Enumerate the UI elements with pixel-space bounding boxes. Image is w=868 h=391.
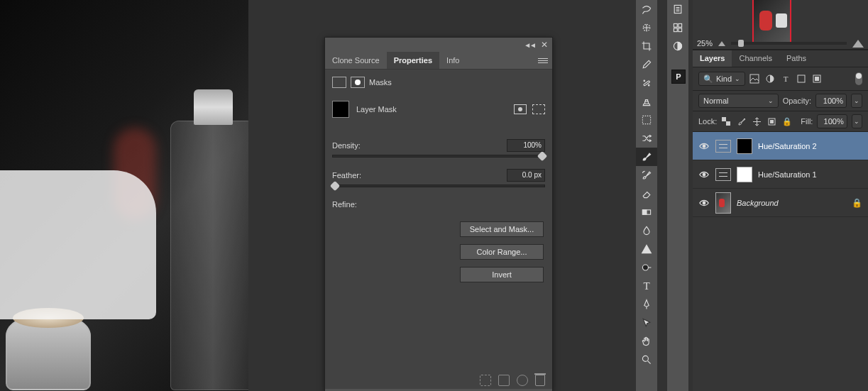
select-and-mask-button[interactable]: Select and Mask... bbox=[460, 221, 544, 237]
marquee-tool-icon[interactable] bbox=[636, 111, 657, 129]
history-panel-icon[interactable] bbox=[667, 0, 688, 18]
panel-menu-icon[interactable] bbox=[538, 58, 548, 63]
lock-all-icon[interactable]: 🔒 bbox=[781, 116, 792, 127]
mask-thumbnail[interactable] bbox=[332, 101, 349, 118]
fill-value[interactable]: 100% bbox=[817, 114, 847, 128]
layer-thumbnail[interactable] bbox=[715, 192, 731, 214]
zoom-tool-icon[interactable] bbox=[636, 351, 657, 369]
swatches-panel-icon[interactable] bbox=[667, 18, 688, 37]
path-select-tool-icon[interactable] bbox=[636, 314, 657, 332]
vector-mask-mode-icon[interactable] bbox=[351, 77, 365, 88]
layer-name[interactable]: Hue/Saturation 1 bbox=[758, 170, 817, 179]
lock-transparent-icon[interactable] bbox=[721, 116, 732, 127]
svg-rect-19 bbox=[815, 77, 819, 81]
zoom-slider[interactable] bbox=[731, 42, 847, 45]
close-icon[interactable]: ✕ bbox=[541, 40, 548, 50]
history-brush-tool-icon[interactable] bbox=[636, 166, 657, 185]
filter-shape-icon[interactable] bbox=[795, 72, 808, 85]
hand-tool-icon[interactable] bbox=[636, 332, 657, 351]
zoom-value[interactable]: 25% bbox=[697, 39, 713, 48]
blend-mode-select[interactable]: Normal ⌄ bbox=[698, 94, 779, 108]
chevron-down-icon: ⌄ bbox=[768, 97, 774, 104]
svg-rect-4 bbox=[642, 116, 650, 123]
eraser-tool-icon[interactable] bbox=[636, 185, 657, 203]
lasso-tool-icon[interactable] bbox=[636, 0, 657, 18]
lock-icon[interactable]: 🔒 bbox=[852, 198, 862, 208]
toolbar-left: T bbox=[636, 0, 657, 391]
svg-rect-6 bbox=[642, 210, 647, 214]
crop-tool-icon[interactable] bbox=[636, 37, 657, 55]
filter-smart-icon[interactable] bbox=[811, 72, 823, 85]
adjustments-panel-icon[interactable] bbox=[667, 37, 688, 55]
lock-artboard-icon[interactable] bbox=[767, 116, 777, 127]
triangle-warn-icon[interactable] bbox=[636, 240, 657, 258]
quick-select-tool-icon[interactable] bbox=[636, 18, 657, 37]
canvas-content bbox=[170, 121, 248, 390]
tab-channels[interactable]: Channels bbox=[732, 50, 779, 67]
fill-dropdown-icon[interactable]: ⌄ bbox=[852, 114, 862, 128]
zoom-out-icon[interactable] bbox=[718, 41, 725, 46]
pixel-mask-mode-icon[interactable] bbox=[332, 77, 346, 88]
feather-slider[interactable] bbox=[332, 185, 545, 187]
eyedropper-tool-icon[interactable] bbox=[636, 55, 657, 74]
density-value[interactable]: 100% bbox=[507, 139, 545, 152]
delete-mask-icon[interactable] bbox=[535, 375, 545, 386]
visibility-icon[interactable] bbox=[698, 169, 710, 180]
layer-row[interactable]: Hue/Saturation 2 bbox=[693, 132, 868, 160]
layer-filter-kind[interactable]: 🔍 Kind ⌄ bbox=[698, 72, 745, 86]
layer-row[interactable]: Hue/Saturation 1 bbox=[693, 160, 868, 189]
toolbar-right bbox=[667, 0, 688, 391]
tab-properties[interactable]: Properties bbox=[387, 52, 439, 69]
properties-dock-icon[interactable]: P bbox=[671, 70, 686, 84]
visibility-icon[interactable] bbox=[698, 141, 710, 152]
invert-button[interactable]: Invert bbox=[460, 267, 544, 282]
opacity-value[interactable]: 100% bbox=[815, 94, 847, 108]
feather-slider-thumb[interactable] bbox=[330, 181, 340, 191]
opacity-dropdown-icon[interactable]: ⌄ bbox=[851, 94, 862, 108]
layer-mask-thumb[interactable] bbox=[737, 167, 752, 182]
zoom-slider-thumb[interactable] bbox=[738, 40, 744, 47]
navigator-panel: 25% bbox=[693, 0, 868, 50]
svg-point-2 bbox=[644, 80, 645, 82]
tab-layers[interactable]: Layers bbox=[693, 50, 732, 67]
filter-adjust-icon[interactable] bbox=[764, 72, 776, 85]
tab-clone-source[interactable]: Clone Source bbox=[325, 52, 387, 69]
collapse-icon[interactable]: ◄◄ bbox=[524, 41, 535, 49]
load-selection-icon[interactable] bbox=[480, 375, 491, 386]
layer-row[interactable]: Background 🔒 bbox=[693, 189, 868, 217]
feather-value[interactable]: 0.0 px bbox=[507, 169, 545, 182]
brush-tool-icon[interactable] bbox=[636, 148, 657, 166]
lock-position-icon[interactable] bbox=[752, 116, 762, 127]
layer-name[interactable]: Hue/Saturation 2 bbox=[758, 142, 817, 150]
color-range-button[interactable]: Color Range... bbox=[460, 244, 544, 260]
filter-type-icon[interactable]: T bbox=[779, 72, 792, 85]
layer-name[interactable]: Background bbox=[737, 199, 779, 207]
add-pixel-mask-icon[interactable] bbox=[514, 104, 527, 114]
clone-stamp-tool-icon[interactable] bbox=[636, 92, 657, 111]
healing-brush-tool-icon[interactable] bbox=[636, 74, 657, 92]
add-vector-mask-icon[interactable] bbox=[532, 104, 545, 114]
filter-pixel-icon[interactable] bbox=[748, 72, 761, 85]
smudge-tool-icon[interactable] bbox=[636, 221, 657, 240]
dodge-tool-icon[interactable] bbox=[636, 258, 657, 277]
tab-paths[interactable]: Paths bbox=[779, 50, 813, 67]
svg-rect-21 bbox=[726, 121, 730, 126]
density-slider-thumb[interactable] bbox=[537, 151, 547, 161]
gradient-tool-icon[interactable] bbox=[636, 203, 657, 221]
canvas-content bbox=[6, 312, 91, 390]
visibility-icon[interactable] bbox=[698, 197, 710, 209]
pen-tool-icon[interactable] bbox=[636, 295, 657, 314]
apply-mask-icon[interactable] bbox=[498, 375, 510, 386]
zoom-in-icon[interactable] bbox=[852, 40, 864, 48]
text-tool-icon[interactable]: T bbox=[636, 277, 657, 295]
navigator-thumbnail[interactable] bbox=[752, 0, 791, 43]
layer-mask-thumb[interactable] bbox=[737, 138, 752, 154]
opacity-label: Opacity: bbox=[783, 97, 811, 105]
lock-pixels-icon[interactable] bbox=[737, 116, 747, 127]
shuffle-icon[interactable] bbox=[636, 129, 657, 148]
document-canvas[interactable] bbox=[0, 0, 248, 391]
filter-toggle[interactable] bbox=[855, 72, 862, 85]
disable-mask-icon[interactable] bbox=[517, 375, 528, 386]
density-slider[interactable] bbox=[332, 155, 545, 158]
tab-info[interactable]: Info bbox=[439, 52, 466, 69]
